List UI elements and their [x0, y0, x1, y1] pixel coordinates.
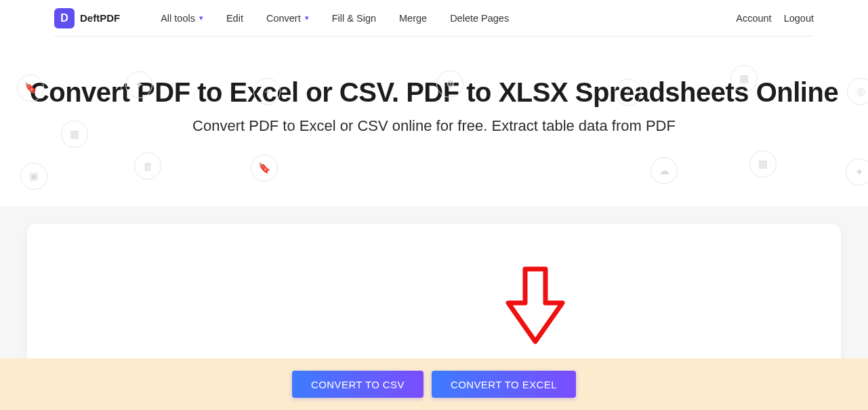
convert-to-csv-button[interactable]: CONVERT TO CSV [292, 371, 423, 398]
header: D DeftPDF All tools ▾ Edit Convert ▾ Fil… [54, 0, 814, 37]
nav-all-tools[interactable]: All tools ▾ [161, 13, 203, 24]
header-right: Account Logout [736, 13, 814, 24]
primary-nav: All tools ▾ Edit Convert ▾ Fill & Sign M… [161, 13, 509, 24]
nav-convert-label: Convert [266, 13, 301, 24]
logo-mark-icon: D [54, 8, 75, 28]
chevron-down-icon: ▾ [199, 14, 203, 22]
logout-link[interactable]: Logout [784, 13, 814, 24]
chevron-down-icon: ▾ [305, 14, 309, 22]
nav-merge[interactable]: Merge [399, 13, 427, 24]
nav-all-tools-label: All tools [161, 13, 195, 24]
account-link[interactable]: Account [736, 13, 771, 24]
hero: Convert PDF to Excel or CSV. PDF to XLSX… [0, 37, 868, 169]
nav-fill-sign[interactable]: Fill & Sign [332, 13, 376, 24]
convert-to-excel-button[interactable]: CONVERT TO EXCEL [432, 371, 576, 398]
page-subtitle: Convert PDF to Excel or CSV online for f… [27, 117, 841, 135]
nav-delete-pages[interactable]: Delete Pages [450, 13, 509, 24]
page-title: Convert PDF to Excel or CSV. PDF to XLSX… [27, 77, 841, 108]
logo-text: DeftPDF [80, 12, 120, 24]
nav-edit[interactable]: Edit [226, 13, 243, 24]
action-bar: CONVERT TO CSV CONVERT TO EXCEL [0, 358, 868, 410]
nav-convert[interactable]: Convert ▾ [266, 13, 309, 24]
logo[interactable]: D DeftPDF [54, 8, 120, 28]
